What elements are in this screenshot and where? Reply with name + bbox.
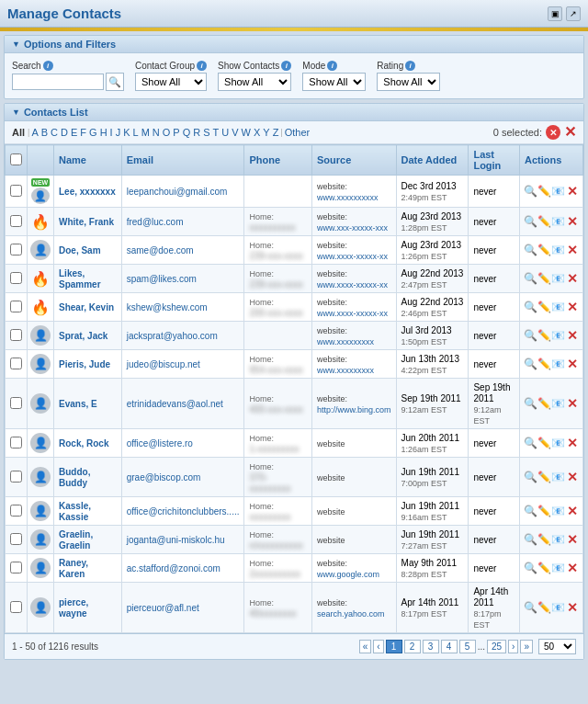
- contact-name-link[interactable]: Shear, Kevin: [59, 302, 114, 312]
- view-icon[interactable]: 🔍: [524, 329, 537, 342]
- contact-email-link[interactable]: leepanchoui@gmail.com: [127, 187, 228, 197]
- contact-name-link[interactable]: Pieris, Jude: [59, 359, 110, 369]
- edit-icon[interactable]: ✏️: [537, 272, 550, 285]
- contact-email-link[interactable]: kshew@kshew.com: [127, 302, 208, 312]
- contact-name-link[interactable]: Rock, Rock: [59, 438, 108, 449]
- source-url[interactable]: www.xxxx-xxxxx-xx: [317, 280, 388, 290]
- view-icon[interactable]: 🔍: [524, 301, 537, 313]
- row-delete-icon[interactable]: ✕: [566, 329, 579, 342]
- alpha-a[interactable]: A: [31, 127, 38, 138]
- edit-icon[interactable]: ✏️: [537, 358, 550, 370]
- row-checkbox[interactable]: [10, 505, 22, 517]
- edit-icon[interactable]: ✏️: [537, 471, 550, 483]
- row-delete-icon[interactable]: ✕: [566, 358, 579, 370]
- email-icon[interactable]: 📧: [551, 358, 564, 370]
- view-icon[interactable]: 🔍: [524, 533, 537, 546]
- row-delete-icon[interactable]: ✕: [566, 505, 579, 517]
- alpha-r[interactable]: R: [193, 127, 200, 138]
- page-4-button[interactable]: 4: [441, 640, 458, 653]
- next-page-button[interactable]: ›: [508, 640, 518, 653]
- row-checkbox[interactable]: [10, 301, 22, 312]
- contact-group-select[interactable]: Show All: [135, 73, 207, 91]
- source-url[interactable]: www.xxx-xxxxx-xxx: [317, 223, 388, 233]
- edit-icon[interactable]: ✏️: [537, 437, 550, 449]
- view-icon[interactable]: 🔍: [524, 358, 537, 370]
- contact-email-link[interactable]: grae@biscop.com: [127, 472, 201, 483]
- contact-email-link[interactable]: ac.stafford@zonoi.com: [127, 563, 220, 573]
- row-checkbox[interactable]: [10, 437, 22, 449]
- email-icon[interactable]: 📧: [551, 505, 564, 517]
- row-delete-icon[interactable]: ✕: [566, 533, 579, 546]
- alpha-t[interactable]: T: [213, 127, 220, 138]
- row-checkbox[interactable]: [10, 272, 22, 284]
- alpha-w[interactable]: W: [242, 127, 251, 138]
- row-delete-icon[interactable]: ✕: [566, 601, 579, 614]
- email-icon[interactable]: 📧: [551, 329, 564, 342]
- edit-icon[interactable]: ✏️: [537, 244, 550, 256]
- row-checkbox[interactable]: [10, 397, 22, 409]
- contact-email-link[interactable]: jacksprat@yahoo.com: [127, 331, 218, 341]
- contact-email-link[interactable]: etrinidadevans@aol.net: [127, 399, 223, 409]
- alpha-i[interactable]: I: [110, 127, 113, 138]
- edit-icon[interactable]: ✏️: [537, 301, 550, 313]
- alpha-u[interactable]: U: [221, 127, 229, 138]
- search-button[interactable]: 🔍: [106, 73, 124, 91]
- alpha-o[interactable]: O: [163, 127, 171, 138]
- per-page-select[interactable]: 25 50 100: [538, 639, 576, 654]
- alpha-b[interactable]: B: [41, 127, 48, 138]
- box-icon[interactable]: ▣: [548, 6, 562, 21]
- contact-email-link[interactable]: pierceuor@afl.net: [127, 603, 199, 613]
- alpha-s[interactable]: S: [203, 127, 209, 138]
- contact-name-link[interactable]: pierce, wayne: [59, 597, 88, 619]
- edit-icon[interactable]: ✏️: [537, 397, 550, 410]
- row-delete-icon[interactable]: ✕: [566, 215, 579, 228]
- email-icon[interactable]: 📧: [551, 533, 564, 546]
- alpha-q[interactable]: Q: [183, 127, 191, 138]
- row-checkbox[interactable]: [10, 562, 22, 573]
- view-icon[interactable]: 🔍: [524, 397, 537, 410]
- edit-icon[interactable]: ✏️: [537, 601, 550, 614]
- prev-page-button[interactable]: ‹: [373, 640, 383, 653]
- alpha-g[interactable]: G: [89, 127, 97, 138]
- row-checkbox[interactable]: [10, 533, 22, 545]
- contact-name-link[interactable]: Lee, xxxxxxx: [59, 187, 116, 197]
- email-icon[interactable]: 📧: [551, 215, 564, 228]
- alpha-f[interactable]: F: [80, 127, 86, 138]
- email-icon[interactable]: 📧: [551, 562, 564, 574]
- view-icon[interactable]: 🔍: [524, 601, 537, 614]
- contact-name-link[interactable]: Raney, Karen: [59, 558, 88, 579]
- view-icon[interactable]: 🔍: [524, 244, 537, 256]
- edit-icon[interactable]: ✏️: [537, 329, 550, 342]
- source-url[interactable]: www.xxxxxxxxx: [317, 366, 374, 375]
- contact-name-link[interactable]: Evans, E: [59, 399, 97, 409]
- alpha-n[interactable]: N: [153, 127, 160, 138]
- email-icon[interactable]: 📧: [551, 437, 564, 449]
- page-25-button[interactable]: 25: [487, 640, 506, 653]
- view-icon[interactable]: 🔍: [524, 185, 537, 198]
- email-icon[interactable]: 📧: [551, 397, 564, 410]
- row-checkbox[interactable]: [10, 471, 22, 483]
- view-icon[interactable]: 🔍: [524, 215, 537, 228]
- edit-icon[interactable]: ✏️: [537, 505, 550, 517]
- contact-email-link[interactable]: office@crichitonclubbers.....: [127, 506, 240, 517]
- row-checkbox[interactable]: [10, 601, 22, 613]
- select-delete-icon[interactable]: ✕: [546, 125, 560, 140]
- external-icon[interactable]: ↗: [566, 6, 581, 21]
- contact-email-link[interactable]: same@doe.com: [127, 245, 194, 255]
- contact-name-link[interactable]: Buddo, Buddy: [59, 467, 90, 488]
- view-icon[interactable]: 🔍: [524, 471, 537, 483]
- view-icon[interactable]: 🔍: [524, 505, 537, 517]
- alpha-other[interactable]: Other: [285, 127, 311, 138]
- contact-email-link[interactable]: office@listere.ro: [127, 438, 193, 449]
- row-delete-icon[interactable]: ✕: [566, 301, 579, 313]
- select-all-checkbox[interactable]: [10, 153, 22, 165]
- row-delete-icon[interactable]: ✕: [566, 397, 579, 410]
- contact-name-link[interactable]: Likes, Spammer: [59, 268, 101, 290]
- edit-icon[interactable]: ✏️: [537, 185, 550, 198]
- alpha-l[interactable]: L: [133, 127, 139, 138]
- alpha-e[interactable]: E: [71, 127, 77, 138]
- row-checkbox[interactable]: [10, 244, 22, 255]
- row-delete-icon[interactable]: ✕: [566, 471, 579, 483]
- page-1-button[interactable]: 1: [386, 640, 402, 653]
- email-icon[interactable]: 📧: [551, 601, 564, 614]
